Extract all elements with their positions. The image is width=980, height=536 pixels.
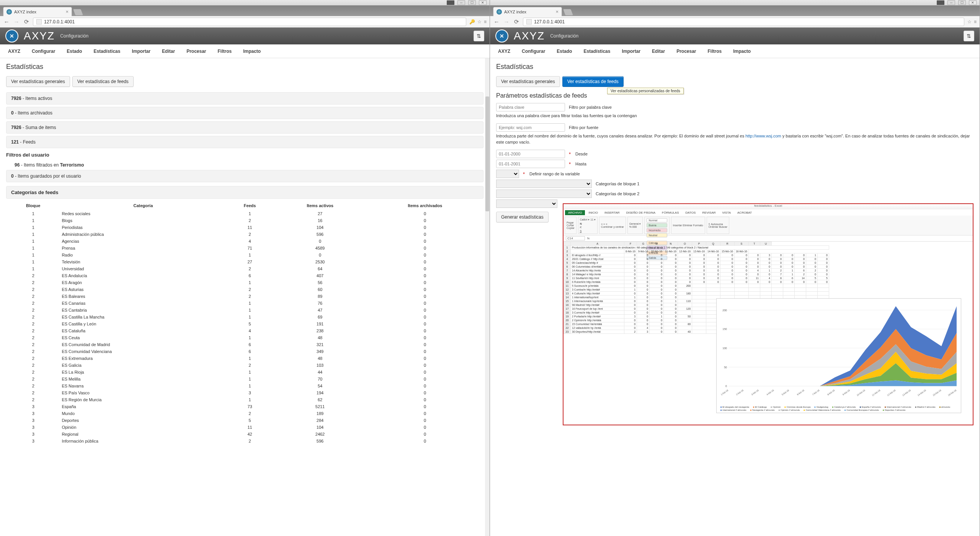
- cat2-select[interactable]: [496, 190, 592, 198]
- nav-tab-procesar[interactable]: Procesar: [671, 45, 702, 57]
- range-select[interactable]: [496, 170, 519, 178]
- nav-tab-filtros[interactable]: Filtros: [212, 45, 238, 57]
- legend-item: Gadgetolog: [814, 406, 828, 408]
- bookmark-icon[interactable]: ☆: [477, 19, 482, 25]
- nav-tab-estado[interactable]: Estado: [551, 45, 578, 57]
- browser-tab[interactable]: AXYZ index ×: [493, 7, 562, 16]
- btn-general-stats[interactable]: Ver estadísticas generales: [6, 76, 70, 87]
- nav-tab-axyz[interactable]: AXYZ: [2, 45, 26, 57]
- app-logo-icon: ✕: [5, 29, 18, 42]
- table-row: 3Opinión111040: [6, 424, 483, 431]
- style-chip[interactable]: Neutral: [647, 233, 667, 237]
- table-cell: 47: [274, 307, 367, 314]
- url-input[interactable]: 127.0.0.1:4001: [523, 18, 964, 26]
- maximize-button[interactable]: ☐: [468, 0, 476, 5]
- minimize-button[interactable]: ─: [947, 0, 955, 5]
- chrome-user-icon[interactable]: [937, 0, 944, 5]
- new-tab-button[interactable]: [73, 9, 83, 15]
- keyword-input[interactable]: [496, 103, 565, 111]
- nav-back-icon[interactable]: ←: [3, 18, 10, 25]
- tab-close-icon[interactable]: ×: [65, 9, 69, 15]
- generate-stats-button[interactable]: Generar estadísticas: [496, 212, 549, 222]
- excel-tab[interactable]: ARCHIVO: [565, 210, 585, 215]
- nav-tab-importar[interactable]: Importar: [616, 45, 646, 57]
- sort-toggle-button[interactable]: ⇅: [474, 31, 484, 41]
- excel-tab[interactable]: INSERTAR: [601, 210, 623, 215]
- cat1-select[interactable]: [496, 180, 592, 188]
- btn-feed-stats[interactable]: Ver estadísticas de feeds: [562, 76, 624, 87]
- chart-legend: El abogado del naveganteEl CatálogoOpini…: [720, 406, 957, 411]
- style-chip[interactable]: Salida: [647, 256, 667, 260]
- nav-reload-icon[interactable]: ⟳: [513, 18, 520, 25]
- table-row: 1Prensa7145890: [6, 245, 483, 252]
- nav-tab-importar[interactable]: Importar: [126, 45, 156, 57]
- table-cell: 1: [226, 334, 273, 341]
- nav-tab-editar[interactable]: Editar: [156, 45, 181, 57]
- new-tab-button[interactable]: [563, 9, 573, 15]
- table-cell: 2: [6, 320, 60, 327]
- style-chip[interactable]: Buena: [647, 223, 667, 227]
- style-chip[interactable]: Normal: [647, 218, 667, 222]
- minimize-button[interactable]: ─: [457, 0, 465, 5]
- chrome-user-icon[interactable]: [447, 0, 454, 5]
- browser-tab[interactable]: AXYZ index ×: [3, 7, 72, 16]
- nav-tab-estado[interactable]: Estado: [61, 45, 88, 57]
- scrollbar-thumb[interactable]: [485, 96, 489, 211]
- source-input[interactable]: [496, 123, 565, 132]
- date-to-input[interactable]: [496, 160, 565, 168]
- excel-tab[interactable]: FÓRMULAS: [659, 210, 682, 215]
- nav-tab-estadísticas[interactable]: Estadísticas: [88, 45, 126, 57]
- excel-tab[interactable]: DISEÑO DE PÁGINA: [623, 210, 658, 215]
- svg-text:150: 150: [722, 328, 727, 331]
- excel-tab[interactable]: VISTA: [719, 210, 734, 215]
- close-window-button[interactable]: ✕: [969, 0, 977, 5]
- btn-general-stats[interactable]: Ver estadísticas generales: [496, 76, 560, 87]
- nav-tab-impacto[interactable]: Impacto: [237, 45, 266, 57]
- close-window-button[interactable]: ✕: [479, 0, 487, 5]
- cell-reference[interactable]: C14: [566, 236, 585, 240]
- table-row: 2ES Navarra1540: [6, 382, 483, 389]
- svg-text:6-feb-16: 6-feb-16: [797, 389, 805, 396]
- excel-tab[interactable]: ACROBAT: [734, 210, 755, 215]
- nav-back-icon[interactable]: ←: [493, 18, 500, 25]
- nav-tab-axyz[interactable]: AXYZ: [492, 45, 516, 57]
- legend-item: Deportes // elmundo: [883, 409, 905, 411]
- excel-tab[interactable]: INICIO: [585, 210, 601, 215]
- extra-select[interactable]: [496, 199, 557, 208]
- table-cell: 0: [274, 252, 367, 258]
- excel-title: feedstatistics - Excel: [564, 204, 973, 209]
- nav-tab-editar[interactable]: Editar: [646, 45, 671, 57]
- table-cell: 76: [274, 300, 367, 307]
- legend-item: El Catálogo: [753, 406, 767, 408]
- nav-tab-configurar[interactable]: Configurar: [26, 45, 61, 57]
- excel-tab[interactable]: REVISAR: [699, 210, 719, 215]
- nav-reload-icon[interactable]: ⟳: [23, 18, 30, 25]
- maximize-button[interactable]: ☐: [958, 0, 966, 5]
- table-row: 2ES País Vasco31940: [6, 389, 483, 396]
- nav-forward-icon[interactable]: →: [503, 18, 510, 25]
- menu-icon[interactable]: ≡: [484, 19, 487, 25]
- sort-toggle-button[interactable]: ⇅: [964, 31, 974, 41]
- scrollbar[interactable]: [485, 58, 490, 536]
- translate-icon[interactable]: 🔑: [469, 19, 475, 25]
- page-title: Estadísticas: [6, 63, 483, 71]
- table-cell: 1: [226, 279, 273, 286]
- nav-forward-icon[interactable]: →: [13, 18, 20, 25]
- table-cell: 1: [6, 252, 60, 258]
- menu-icon[interactable]: ≡: [974, 19, 977, 25]
- excel-tab[interactable]: DATOS: [683, 210, 699, 215]
- source-help-link[interactable]: http://www.wsj.com: [745, 134, 781, 138]
- nav-tab-filtros[interactable]: Filtros: [702, 45, 728, 57]
- style-chip[interactable]: Incorrecto: [647, 228, 667, 232]
- table-cell: 596: [274, 231, 367, 238]
- nav-tab-configurar[interactable]: Configurar: [516, 45, 551, 57]
- bookmark-icon[interactable]: ☆: [967, 19, 972, 25]
- date-from-input[interactable]: [496, 150, 565, 158]
- nav-tab-impacto[interactable]: Impacto: [727, 45, 756, 57]
- nav-tab-estadísticas[interactable]: Estadísticas: [578, 45, 616, 57]
- url-input[interactable]: 127.0.0.1:4001: [33, 18, 466, 26]
- table-cell: 2: [6, 389, 60, 396]
- nav-tab-procesar[interactable]: Procesar: [181, 45, 212, 57]
- tab-close-icon[interactable]: ×: [555, 9, 559, 15]
- btn-feed-stats[interactable]: Ver estadísticas de feeds: [72, 76, 134, 87]
